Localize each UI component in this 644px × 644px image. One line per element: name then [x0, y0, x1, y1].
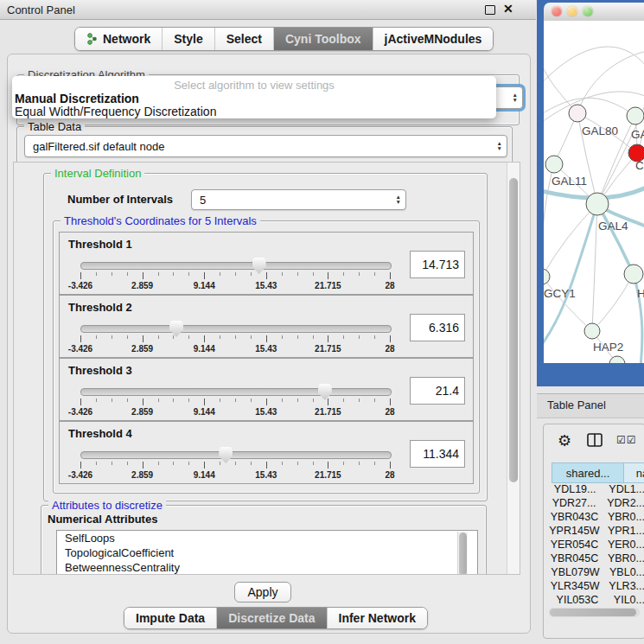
- table-cell-shared-name: YLR345W: [547, 580, 603, 594]
- tick-mark: [204, 462, 205, 469]
- split-column-icon[interactable]: [587, 433, 603, 447]
- slider-track[interactable]: [80, 325, 392, 333]
- column-header-shared-name[interactable]: shared...: [552, 462, 624, 483]
- attribute-item[interactable]: TopologicalCoefficient: [57, 545, 477, 560]
- network-node-gal80[interactable]: [569, 105, 586, 122]
- tab-label: Style: [174, 32, 202, 46]
- table-cell-shared-name: YER054C: [547, 539, 602, 552]
- dropdown-option-equal-width-frequency-discretization[interactable]: Equal Width/Frequency Discretization: [15, 105, 216, 118]
- float-icon[interactable]: [485, 5, 495, 15]
- checkbox-icons[interactable]: ☑☑: [616, 434, 637, 446]
- tick-mark: [297, 399, 298, 402]
- table-row[interactable]: YDR27...YDR2...: [547, 497, 644, 511]
- tab-impute-data[interactable]: Impute Data: [124, 608, 217, 628]
- network-canvas[interactable]: GAL80GACGAL11GAL4GCY1HHAP2: [544, 21, 644, 363]
- tick-label: 28: [385, 407, 394, 417]
- table-cell-name: YDL1...: [603, 483, 644, 497]
- table-row[interactable]: YIL053CYIL0...: [547, 594, 644, 604]
- apply-button[interactable]: Apply: [234, 582, 291, 603]
- threshold-slider[interactable]: -3.4262.8599.14415.4321.71528: [80, 257, 390, 293]
- close-icon[interactable]: ✕: [503, 2, 513, 16]
- network-node-label: GAL11: [552, 175, 587, 188]
- tab-label: Network: [103, 32, 150, 46]
- network-node-gcy1[interactable]: [544, 269, 550, 284]
- slider-track[interactable]: [80, 451, 392, 459]
- attributes-scrollbar[interactable]: [457, 532, 468, 575]
- table-row[interactable]: YBR043CYBR0...: [547, 511, 644, 525]
- tick-label: 2.859: [131, 407, 153, 417]
- network-node-gal4[interactable]: [586, 193, 609, 215]
- tick-mark: [328, 272, 328, 279]
- slider-tick-labels: -3.4262.8599.14415.4321.71528: [80, 470, 390, 481]
- tab-label: Discretize Data: [228, 611, 315, 625]
- mac-close-icon[interactable]: [552, 6, 562, 16]
- network-node-hap2[interactable]: [584, 323, 600, 339]
- dropdown-option-manual-discretization[interactable]: Manual Discretization: [15, 92, 139, 105]
- threshold-value-field[interactable]: 14.713: [410, 251, 465, 278]
- mac-zoom-icon[interactable]: [583, 6, 593, 16]
- tick-label: 9.144: [194, 407, 215, 417]
- threshold-slider[interactable]: -3.4262.8599.14415.4321.71528: [80, 446, 390, 482]
- slider-track[interactable]: [80, 388, 392, 396]
- num-intervals-combobox[interactable]: 5 ▲▼: [191, 189, 406, 210]
- table-row[interactable]: YPR145WYPR1...: [547, 525, 644, 539]
- network-edge: [592, 204, 597, 331]
- threshold-slider[interactable]: -3.4262.8599.14415.4321.71528: [80, 320, 390, 356]
- tab-select[interactable]: Select: [215, 28, 274, 50]
- slider-track[interactable]: [80, 262, 392, 270]
- table-data-combobox[interactable]: galFiltered.sif default node ▲▼: [24, 135, 507, 157]
- tick-label: 2.859: [131, 344, 153, 354]
- tab-discretize-data[interactable]: Discretize Data: [217, 608, 327, 628]
- tick-mark: [220, 335, 220, 339]
- network-node-ga[interactable]: [627, 107, 644, 124]
- network-edge: [544, 204, 597, 277]
- column-header-name[interactable]: name: [623, 462, 644, 483]
- threshold-value-field[interactable]: 21.4: [410, 377, 465, 405]
- table-cell-name: YIL0...: [608, 594, 644, 604]
- attribute-item[interactable]: BetweennessCentrality: [57, 560, 477, 575]
- tick-mark: [266, 462, 267, 469]
- table-row[interactable]: YDL19...YDL1...: [547, 483, 644, 497]
- tick-mark: [220, 399, 220, 402]
- threshold-label: Threshold 4: [68, 427, 132, 440]
- network-node-gal11[interactable]: [545, 156, 563, 173]
- gear-icon[interactable]: ⚙: [558, 431, 571, 450]
- combo-stepper-icon: ▲▼: [497, 141, 502, 151]
- tick-mark: [96, 335, 97, 339]
- tick-mark: [220, 272, 220, 276]
- tick-mark: [173, 399, 174, 402]
- threshold-slider[interactable]: -3.4262.8599.14415.4321.71528: [80, 383, 390, 419]
- table-row[interactable]: YBL079WYBL0...: [547, 566, 644, 580]
- network-node-h[interactable]: [624, 265, 643, 284]
- table-h-scrollbar[interactable]: [549, 608, 640, 617]
- tab-infer-network[interactable]: Infer Network: [328, 608, 427, 628]
- tick-mark: [328, 399, 328, 405]
- table-data-value: galFiltered.sif default node: [33, 140, 164, 153]
- table-row[interactable]: YBR045CYBR0...: [547, 552, 644, 566]
- cyni-toolbox-panel: Discretization Algorithm ▲▼ Table Data g…: [7, 54, 531, 634]
- tick-label: 2.859: [131, 281, 153, 290]
- numerical-attributes-list[interactable]: SelfLoopsTopologicalCoefficientBetweenne…: [56, 530, 478, 575]
- table-row[interactable]: YER054CYER0...: [547, 539, 644, 552]
- table-rows: YDL19...YDL1...YDR27...YDR2...YBR043CYBR…: [547, 483, 644, 604]
- threshold-value-field[interactable]: 6.316: [410, 314, 465, 341]
- control-panel-tabs: NetworkStyleSelectCyni ToolboxjActiveMNo…: [74, 27, 494, 51]
- tab-cyni-toolbox[interactable]: Cyni Toolbox: [274, 28, 373, 50]
- tick-label: 15.43: [255, 407, 277, 417]
- settings-scrollbar[interactable]: [507, 163, 520, 574]
- mac-minimize-icon[interactable]: [567, 6, 577, 16]
- table-row[interactable]: YLR345WYLR3...: [547, 580, 644, 594]
- attribute-item[interactable]: SelfLoops: [57, 531, 477, 545]
- tab-jactivemnodules[interactable]: jActiveMNodules: [373, 28, 494, 50]
- tick-label: 28: [385, 470, 394, 480]
- tab-network[interactable]: Network: [75, 28, 163, 50]
- network-window-titlebar[interactable]: [544, 3, 644, 22]
- threshold-value-field[interactable]: 11.344: [410, 440, 465, 468]
- table-data-group-title: Table Data: [24, 120, 85, 133]
- tick-mark: [204, 399, 205, 405]
- interval-definition-group: Interval Definition Number of Intervals …: [43, 173, 488, 501]
- slider-tick-labels: -3.4262.8599.14415.4321.71528: [80, 281, 390, 291]
- tab-style[interactable]: Style: [163, 28, 214, 50]
- tick-mark: [359, 335, 360, 339]
- tick-mark: [220, 462, 220, 465]
